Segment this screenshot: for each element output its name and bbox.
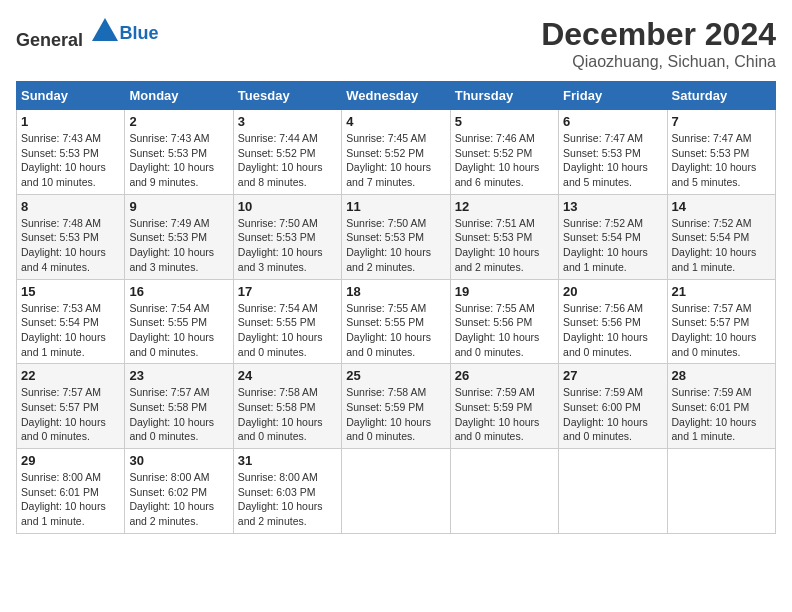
calendar-cell: 8Sunrise: 7:48 AM Sunset: 5:53 PM Daylig… <box>17 194 125 279</box>
calendar-cell: 2Sunrise: 7:43 AM Sunset: 5:53 PM Daylig… <box>125 110 233 195</box>
weekday-header-monday: Monday <box>125 82 233 110</box>
day-number: 26 <box>455 368 554 383</box>
calendar-cell: 30Sunrise: 8:00 AM Sunset: 6:02 PM Dayli… <box>125 449 233 534</box>
calendar-cell: 7Sunrise: 7:47 AM Sunset: 5:53 PM Daylig… <box>667 110 775 195</box>
day-info: Sunrise: 7:53 AM Sunset: 5:54 PM Dayligh… <box>21 301 120 360</box>
day-number: 5 <box>455 114 554 129</box>
calendar-week-1: 1Sunrise: 7:43 AM Sunset: 5:53 PM Daylig… <box>17 110 776 195</box>
day-info: Sunrise: 8:00 AM Sunset: 6:03 PM Dayligh… <box>238 470 337 529</box>
day-number: 10 <box>238 199 337 214</box>
day-info: Sunrise: 7:47 AM Sunset: 5:53 PM Dayligh… <box>672 131 771 190</box>
weekday-header-friday: Friday <box>559 82 667 110</box>
day-info: Sunrise: 7:59 AM Sunset: 6:01 PM Dayligh… <box>672 385 771 444</box>
day-number: 27 <box>563 368 662 383</box>
day-info: Sunrise: 7:51 AM Sunset: 5:53 PM Dayligh… <box>455 216 554 275</box>
day-number: 4 <box>346 114 445 129</box>
calendar-header-row: SundayMondayTuesdayWednesdayThursdayFrid… <box>17 82 776 110</box>
logo-icon <box>90 16 120 46</box>
day-info: Sunrise: 7:52 AM Sunset: 5:54 PM Dayligh… <box>563 216 662 275</box>
calendar-cell <box>342 449 450 534</box>
day-info: Sunrise: 7:57 AM Sunset: 5:57 PM Dayligh… <box>21 385 120 444</box>
day-number: 29 <box>21 453 120 468</box>
logo: General Blue <box>16 16 159 51</box>
calendar-week-4: 22Sunrise: 7:57 AM Sunset: 5:57 PM Dayli… <box>17 364 776 449</box>
calendar-cell: 27Sunrise: 7:59 AM Sunset: 6:00 PM Dayli… <box>559 364 667 449</box>
calendar-cell: 23Sunrise: 7:57 AM Sunset: 5:58 PM Dayli… <box>125 364 233 449</box>
day-number: 30 <box>129 453 228 468</box>
calendar-cell: 19Sunrise: 7:55 AM Sunset: 5:56 PM Dayli… <box>450 279 558 364</box>
svg-marker-0 <box>92 18 118 41</box>
calendar-cell: 5Sunrise: 7:46 AM Sunset: 5:52 PM Daylig… <box>450 110 558 195</box>
calendar-cell: 21Sunrise: 7:57 AM Sunset: 5:57 PM Dayli… <box>667 279 775 364</box>
day-number: 21 <box>672 284 771 299</box>
logo-general: General <box>16 30 83 50</box>
weekday-header-thursday: Thursday <box>450 82 558 110</box>
day-info: Sunrise: 7:45 AM Sunset: 5:52 PM Dayligh… <box>346 131 445 190</box>
title-area: December 2024 Qiaozhuang, Sichuan, China <box>541 16 776 71</box>
calendar-cell: 14Sunrise: 7:52 AM Sunset: 5:54 PM Dayli… <box>667 194 775 279</box>
day-info: Sunrise: 7:54 AM Sunset: 5:55 PM Dayligh… <box>238 301 337 360</box>
day-number: 7 <box>672 114 771 129</box>
calendar-cell: 16Sunrise: 7:54 AM Sunset: 5:55 PM Dayli… <box>125 279 233 364</box>
weekday-header-sunday: Sunday <box>17 82 125 110</box>
day-number: 16 <box>129 284 228 299</box>
day-number: 11 <box>346 199 445 214</box>
calendar-cell <box>559 449 667 534</box>
calendar-cell: 29Sunrise: 8:00 AM Sunset: 6:01 PM Dayli… <box>17 449 125 534</box>
calendar-cell: 9Sunrise: 7:49 AM Sunset: 5:53 PM Daylig… <box>125 194 233 279</box>
day-number: 18 <box>346 284 445 299</box>
calendar-cell: 20Sunrise: 7:56 AM Sunset: 5:56 PM Dayli… <box>559 279 667 364</box>
logo-blue: Blue <box>120 23 159 43</box>
day-info: Sunrise: 7:44 AM Sunset: 5:52 PM Dayligh… <box>238 131 337 190</box>
day-number: 15 <box>21 284 120 299</box>
subtitle: Qiaozhuang, Sichuan, China <box>541 53 776 71</box>
day-info: Sunrise: 7:55 AM Sunset: 5:55 PM Dayligh… <box>346 301 445 360</box>
day-number: 8 <box>21 199 120 214</box>
day-number: 22 <box>21 368 120 383</box>
day-number: 23 <box>129 368 228 383</box>
day-info: Sunrise: 7:59 AM Sunset: 6:00 PM Dayligh… <box>563 385 662 444</box>
day-number: 14 <box>672 199 771 214</box>
day-number: 20 <box>563 284 662 299</box>
weekday-header-saturday: Saturday <box>667 82 775 110</box>
day-info: Sunrise: 7:43 AM Sunset: 5:53 PM Dayligh… <box>129 131 228 190</box>
day-number: 6 <box>563 114 662 129</box>
day-info: Sunrise: 8:00 AM Sunset: 6:01 PM Dayligh… <box>21 470 120 529</box>
day-info: Sunrise: 7:59 AM Sunset: 5:59 PM Dayligh… <box>455 385 554 444</box>
day-info: Sunrise: 7:57 AM Sunset: 5:57 PM Dayligh… <box>672 301 771 360</box>
calendar-cell: 26Sunrise: 7:59 AM Sunset: 5:59 PM Dayli… <box>450 364 558 449</box>
calendar-cell: 10Sunrise: 7:50 AM Sunset: 5:53 PM Dayli… <box>233 194 341 279</box>
day-number: 12 <box>455 199 554 214</box>
day-info: Sunrise: 7:50 AM Sunset: 5:53 PM Dayligh… <box>346 216 445 275</box>
main-title: December 2024 <box>541 16 776 53</box>
day-info: Sunrise: 8:00 AM Sunset: 6:02 PM Dayligh… <box>129 470 228 529</box>
day-info: Sunrise: 7:47 AM Sunset: 5:53 PM Dayligh… <box>563 131 662 190</box>
day-info: Sunrise: 7:49 AM Sunset: 5:53 PM Dayligh… <box>129 216 228 275</box>
day-info: Sunrise: 7:56 AM Sunset: 5:56 PM Dayligh… <box>563 301 662 360</box>
calendar-cell: 25Sunrise: 7:58 AM Sunset: 5:59 PM Dayli… <box>342 364 450 449</box>
day-number: 2 <box>129 114 228 129</box>
calendar-body: 1Sunrise: 7:43 AM Sunset: 5:53 PM Daylig… <box>17 110 776 534</box>
day-number: 9 <box>129 199 228 214</box>
weekday-header-wednesday: Wednesday <box>342 82 450 110</box>
day-info: Sunrise: 7:43 AM Sunset: 5:53 PM Dayligh… <box>21 131 120 190</box>
day-info: Sunrise: 7:58 AM Sunset: 5:59 PM Dayligh… <box>346 385 445 444</box>
calendar-cell: 15Sunrise: 7:53 AM Sunset: 5:54 PM Dayli… <box>17 279 125 364</box>
day-number: 28 <box>672 368 771 383</box>
day-info: Sunrise: 7:52 AM Sunset: 5:54 PM Dayligh… <box>672 216 771 275</box>
header: General Blue December 2024 Qiaozhuang, S… <box>16 16 776 71</box>
day-info: Sunrise: 7:48 AM Sunset: 5:53 PM Dayligh… <box>21 216 120 275</box>
day-number: 31 <box>238 453 337 468</box>
calendar-cell <box>450 449 558 534</box>
day-number: 17 <box>238 284 337 299</box>
calendar-cell: 1Sunrise: 7:43 AM Sunset: 5:53 PM Daylig… <box>17 110 125 195</box>
calendar-cell: 13Sunrise: 7:52 AM Sunset: 5:54 PM Dayli… <box>559 194 667 279</box>
calendar-cell <box>667 449 775 534</box>
calendar-cell: 18Sunrise: 7:55 AM Sunset: 5:55 PM Dayli… <box>342 279 450 364</box>
weekday-header-tuesday: Tuesday <box>233 82 341 110</box>
calendar-cell: 4Sunrise: 7:45 AM Sunset: 5:52 PM Daylig… <box>342 110 450 195</box>
calendar-cell: 12Sunrise: 7:51 AM Sunset: 5:53 PM Dayli… <box>450 194 558 279</box>
day-number: 13 <box>563 199 662 214</box>
day-info: Sunrise: 7:46 AM Sunset: 5:52 PM Dayligh… <box>455 131 554 190</box>
calendar-week-2: 8Sunrise: 7:48 AM Sunset: 5:53 PM Daylig… <box>17 194 776 279</box>
